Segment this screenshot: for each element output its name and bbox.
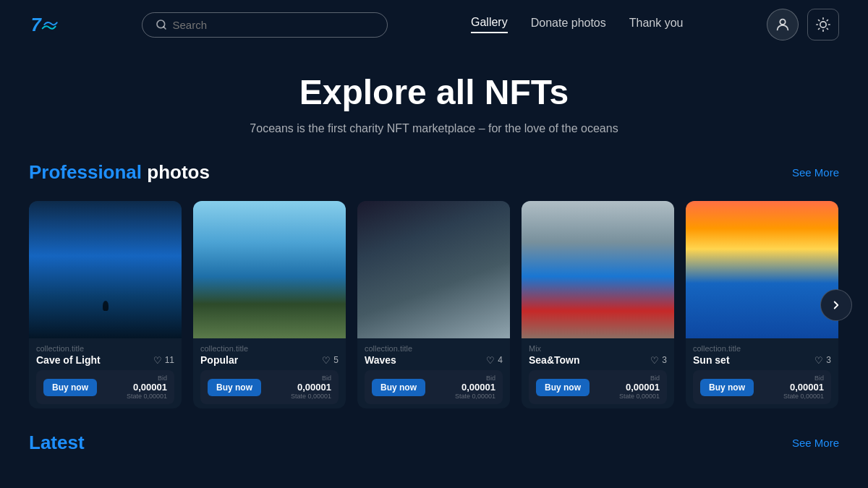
card-name-row-3: Sea&Town ♡ 3 xyxy=(529,354,667,366)
nav-actions xyxy=(767,9,839,40)
card-name-row-0: Cave of Light ♡ 11 xyxy=(36,354,174,366)
card-3: Mix Sea&Town ♡ 3 Buy now Bid 0,00001 Sta… xyxy=(522,201,674,408)
card-info-0: collection.title Cave of Light ♡ 11 Buy … xyxy=(29,338,182,408)
buy-button-0[interactable]: Buy now xyxy=(43,379,97,396)
header: 7 Gallery Donate photos Thank you xyxy=(0,0,868,49)
card-collection-2: collection.title xyxy=(365,344,503,353)
user-avatar-button[interactable] xyxy=(767,9,799,40)
card-name-1: Popular xyxy=(200,354,238,366)
bid-label-3: Bid xyxy=(619,374,660,382)
latest-section: Latest See More xyxy=(0,426,868,463)
professional-section-header: Professional photos See More xyxy=(29,161,839,184)
card-likes-count-1: 5 xyxy=(333,355,339,365)
latest-header: Latest See More xyxy=(29,432,839,454)
card-info-3: Mix Sea&Town ♡ 3 Buy now Bid 0,00001 Sta… xyxy=(522,338,674,408)
card-image-3 xyxy=(522,201,674,338)
bid-label-1: Bid xyxy=(291,374,331,382)
cards-container: collection.title Cave of Light ♡ 11 Buy … xyxy=(29,201,839,408)
search-bar[interactable] xyxy=(142,12,388,38)
bid-info-3: Bid 0,00001 State 0,00001 xyxy=(619,374,660,400)
bid-price-3: 0,00001 xyxy=(619,382,660,393)
bid-label-2: Bid xyxy=(455,374,495,382)
bid-price-0: 0,00001 xyxy=(127,382,167,393)
sun-icon xyxy=(816,17,830,32)
bid-info-1: Bid 0,00001 State 0,00001 xyxy=(291,374,331,400)
card-likes-count-3: 3 xyxy=(662,355,667,365)
heart-icon-2: ♡ xyxy=(486,355,495,366)
svg-line-11 xyxy=(819,28,820,29)
professional-section: Professional photos See More collection.… xyxy=(0,153,868,426)
next-button[interactable] xyxy=(820,289,852,321)
svg-point-3 xyxy=(780,20,785,25)
card-name-row-2: Waves ♡ 4 xyxy=(365,354,503,366)
card-info-4: collection.title Sun set ♡ 3 Buy now Bid… xyxy=(686,338,838,408)
card-likes-count-0: 11 xyxy=(165,355,174,365)
card-collection-1: collection.title xyxy=(200,344,339,353)
hero: Explore all NFTs 7oceans is the first ch… xyxy=(0,49,868,153)
buy-button-4[interactable]: Buy now xyxy=(700,379,754,396)
card-likes-4: ♡ 3 xyxy=(814,355,831,366)
svg-point-4 xyxy=(820,22,826,27)
card-image-2 xyxy=(357,201,510,338)
bid-label-4: Bid xyxy=(783,374,824,382)
logo: 7 xyxy=(29,10,58,39)
bid-price-2: 0,00001 xyxy=(455,382,495,393)
nav-donate[interactable]: Donate photos xyxy=(531,17,606,33)
card-image-4 xyxy=(686,201,838,338)
bid-info-2: Bid 0,00001 State 0,00001 xyxy=(455,374,495,400)
card-buy-row-4: Buy now Bid 0,00001 State 0,00001 xyxy=(693,370,831,404)
card-buy-row-3: Buy now Bid 0,00001 State 0,00001 xyxy=(529,370,667,404)
card-likes-1: ♡ 5 xyxy=(322,355,339,366)
card-collection-0: collection.title xyxy=(36,344,174,353)
card-name-row-1: Popular ♡ 5 xyxy=(200,354,339,366)
bid-info-4: Bid 0,00001 State 0,00001 xyxy=(783,374,824,400)
card-collection-3: Mix xyxy=(529,344,667,353)
card-image-1 xyxy=(193,201,346,338)
user-icon xyxy=(775,17,791,33)
card-likes-count-2: 4 xyxy=(498,355,503,365)
svg-text:7: 7 xyxy=(31,14,43,35)
nav-gallery[interactable]: Gallery xyxy=(471,16,508,33)
card-likes-3: ♡ 3 xyxy=(650,355,667,366)
bid-price-4: 0,00001 xyxy=(783,382,824,393)
bid-state-1: State 0,00001 xyxy=(291,393,331,400)
theme-toggle-button[interactable] xyxy=(807,9,839,40)
bid-state-0: State 0,00001 xyxy=(127,393,167,400)
search-icon xyxy=(156,19,167,30)
card-likes-count-4: 3 xyxy=(826,355,831,365)
card-image-0 xyxy=(29,201,182,338)
heart-icon-1: ♡ xyxy=(322,355,331,366)
bid-label-0: Bid xyxy=(127,374,167,382)
card-1: collection.title Popular ♡ 5 Buy now Bid… xyxy=(193,201,346,408)
professional-section-title: Professional photos xyxy=(29,161,210,184)
card-4: collection.title Sun set ♡ 3 Buy now Bid… xyxy=(686,201,838,408)
buy-button-2[interactable]: Buy now xyxy=(372,379,425,396)
nav-thankyou[interactable]: Thank you xyxy=(629,17,684,33)
card-buy-row-1: Buy now Bid 0,00001 State 0,00001 xyxy=(200,370,339,404)
hero-subtitle: 7oceans is the first charity NFT marketp… xyxy=(14,122,854,135)
professional-see-more[interactable]: See More xyxy=(792,166,839,179)
buy-button-3[interactable]: Buy now xyxy=(536,379,590,396)
card-name-2: Waves xyxy=(365,354,396,366)
heart-icon-3: ♡ xyxy=(650,355,659,366)
card-name-0: Cave of Light xyxy=(36,354,101,366)
card-buy-row-2: Buy now Bid 0,00001 State 0,00001 xyxy=(365,370,503,404)
buy-button-1[interactable]: Buy now xyxy=(208,379,261,396)
card-collection-4: collection.title xyxy=(693,344,831,353)
bid-state-3: State 0,00001 xyxy=(619,393,660,400)
card-likes-2: ♡ 4 xyxy=(486,355,503,366)
latest-see-more[interactable]: See More xyxy=(792,437,839,449)
card-2: collection.title Waves ♡ 4 Buy now Bid 0… xyxy=(357,201,510,408)
svg-line-2 xyxy=(163,27,166,29)
card-name-3: Sea&Town xyxy=(529,354,580,366)
hero-title: Explore all NFTs xyxy=(14,72,854,112)
svg-line-12 xyxy=(827,20,827,21)
svg-line-8 xyxy=(827,28,827,29)
heart-icon-0: ♡ xyxy=(153,355,162,366)
heart-icon-4: ♡ xyxy=(814,355,823,366)
search-input[interactable] xyxy=(173,19,374,31)
card-0: collection.title Cave of Light ♡ 11 Buy … xyxy=(29,201,182,408)
svg-line-7 xyxy=(819,20,820,21)
card-info-2: collection.title Waves ♡ 4 Buy now Bid 0… xyxy=(357,338,510,408)
card-likes-0: ♡ 11 xyxy=(153,355,174,366)
